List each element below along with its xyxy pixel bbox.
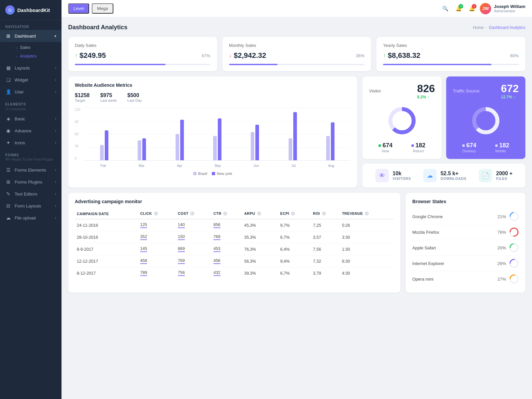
table-cell: 76,3% xyxy=(242,243,278,255)
user-info: Joseph William Administrator xyxy=(494,4,525,13)
campaign-table-title: Advertising campaign monitor xyxy=(75,199,394,204)
daily-sales-value: ↑ $249.95 xyxy=(75,51,106,60)
sidebar-item-analytics[interactable]: → Analytics xyxy=(15,52,62,61)
browser-ring-icon xyxy=(509,259,519,268)
sidebar-label-text-editors: Text Editors xyxy=(15,192,37,197)
bar-newyork xyxy=(105,130,108,160)
visitor-title: Visitor xyxy=(369,88,381,93)
sidebar-item-layouts[interactable]: ▦ Layouts › xyxy=(0,62,62,74)
browser-ring-icon xyxy=(509,227,519,237)
bar-group-jun xyxy=(251,108,259,160)
bar-group-aug xyxy=(326,108,334,160)
table-cell: 7,25 xyxy=(311,219,340,231)
table-cell: 1:30 xyxy=(340,243,394,255)
advance-icon: ◉ xyxy=(5,128,11,134)
user-menu[interactable]: JW Joseph William Administrator xyxy=(480,3,525,14)
elements-sublabel: UI Components xyxy=(0,107,62,113)
monthly-sales-value: ↓ $2,942.32 xyxy=(229,51,266,60)
table-cell: 453 xyxy=(211,243,242,255)
browser-pct: 27% xyxy=(497,277,506,282)
browser-name: Internet Explorer xyxy=(412,261,444,266)
table-cell: 769 xyxy=(176,255,211,267)
forms-sublabel: 40+ Ready To Use From Plugins xyxy=(0,158,62,164)
browser-list: Google Chrome 21% Mozila Firefox 76% App… xyxy=(412,209,519,287)
bar-newyork xyxy=(218,118,221,160)
chevron-right-icon: › xyxy=(55,78,56,82)
yearly-sales-value: ↑ $8,638.32 xyxy=(383,51,420,60)
sidebar-item-icons[interactable]: ✦ Icons › xyxy=(0,137,62,149)
sidebar-label-form-layouts: Form Layouts xyxy=(15,203,41,208)
sidebar-label-file-upload: File upload xyxy=(15,215,36,220)
chevron-right-icon: › xyxy=(55,117,56,121)
table-cell: 28-10-2016 xyxy=(75,231,138,243)
visitor-donut-svg xyxy=(385,104,419,137)
logo[interactable]: ⊙ DashboardKit xyxy=(0,0,62,20)
table-cell: 7,56 xyxy=(311,243,340,255)
yearly-sales-progress-fill xyxy=(383,64,491,65)
table-row: 8-9-201714586945376,3%6,4%7,561:30 xyxy=(75,243,394,255)
sidebar-item-form-layouts[interactable]: ⊟ Form Layouts › xyxy=(0,200,62,212)
sidebar-item-widget[interactable]: ❏ Widget › xyxy=(0,74,62,86)
form-layouts-icon: ⊟ xyxy=(5,203,11,209)
sidebar-label-sales: Sales xyxy=(20,45,30,50)
text-editors-icon: ✎ xyxy=(5,191,11,197)
sidebar-label-forms-plugins: Forms Plugins xyxy=(15,180,42,185)
bar-newyork xyxy=(293,112,297,160)
stat-visitors-info: 10k VISITORS xyxy=(393,171,411,181)
browser-item: Google Chrome 21% xyxy=(412,209,519,224)
visitor-growth: 8.2% ↑ xyxy=(417,95,435,99)
browser-item: Apple Safari 20% xyxy=(412,240,519,256)
table-cell: 140 xyxy=(176,219,211,231)
logo-text: DashboardKit xyxy=(17,7,50,13)
monthly-sales-card: Monthly Sales ↓ $2,942.32 36% xyxy=(222,37,371,71)
bar-brazil xyxy=(100,145,104,160)
bar-brazil xyxy=(326,136,330,160)
chevron-right-icon: › xyxy=(55,141,56,145)
traffic-desktop: 674 Desktop xyxy=(462,142,476,153)
sidebar-item-user[interactable]: 👤 User › xyxy=(0,86,62,98)
sidebar-item-file-upload[interactable]: ☁ File upload › xyxy=(0,212,62,224)
browser-pct: 20% xyxy=(497,245,506,250)
traffic-title: Traffic Source xyxy=(453,88,479,93)
sidebar-item-forms-plugins[interactable]: ⊞ Forms Plugins › xyxy=(0,176,62,188)
search-button[interactable]: 🔍 xyxy=(440,3,451,14)
stat-downloads-label: DOWNLOADS xyxy=(441,177,466,181)
alert-icon[interactable]: 🔔 1 xyxy=(466,3,477,14)
yearly-sales-title: Yearly Sales xyxy=(383,43,519,48)
daily-sales-progress-fill xyxy=(75,64,166,65)
sub-arrow-icon: → xyxy=(15,46,18,50)
visitor-new: 674 New xyxy=(378,142,392,153)
sidebar-item-dashboard[interactable]: ⊞ Dashboard ▾ xyxy=(0,30,62,42)
col-header-arpu: ARPU ⓘ xyxy=(242,209,278,219)
table-cell: 5:26 xyxy=(340,219,394,231)
col-header-roi: ROI ⓘ xyxy=(311,209,340,219)
tab-mega[interactable]: Mega xyxy=(92,3,113,14)
bar-chart: 120 90 60 30 0 xyxy=(75,108,350,168)
logo-icon: ⊙ xyxy=(5,5,15,15)
legend-dot-brazil xyxy=(193,172,197,175)
visitor-card: Visitor 826 8.2% ↑ xyxy=(362,76,442,159)
tab-level[interactable]: Level xyxy=(68,3,89,14)
sidebar-item-sales[interactable]: → Sales xyxy=(15,43,62,52)
alert-badge: 1 xyxy=(472,4,476,9)
stat-files: 📄 2000 + FILES xyxy=(479,169,512,182)
sidebar-item-forms-elements[interactable]: ☰ Forms Elements › xyxy=(0,164,62,176)
table-cell: 125 xyxy=(138,219,176,231)
stat-downloads: ☁ 52.5 k+ DOWNLOADS xyxy=(423,169,466,182)
stat-visitors-value: 10k xyxy=(393,171,411,177)
notification-bell[interactable]: 🔔 2 xyxy=(453,3,464,14)
chevron-right-icon: › xyxy=(55,66,56,70)
browser-states-card: Browser States Google Chrome 21% Mozila … xyxy=(406,193,525,293)
breadcrumb-home[interactable]: Home xyxy=(473,25,484,30)
browser-item: Internet Explorer 26% xyxy=(412,256,519,271)
stat-files-value: 2000 + xyxy=(496,171,512,177)
sidebar-label-basic: Basic xyxy=(15,116,25,121)
sidebar-item-text-editors[interactable]: ✎ Text Editors › xyxy=(0,188,62,200)
sidebar-item-basic[interactable]: ◈ Basic › xyxy=(0,113,62,125)
bar-brazil xyxy=(213,136,217,160)
traffic-mobile: 182 Mobile xyxy=(495,142,509,153)
browser-name: Google Chrome xyxy=(412,214,443,219)
stat-downloads-info: 52.5 k+ DOWNLOADS xyxy=(441,171,466,181)
stat-files-label: FILES xyxy=(496,177,512,181)
sidebar-item-advance[interactable]: ◉ Advance › xyxy=(0,125,62,137)
